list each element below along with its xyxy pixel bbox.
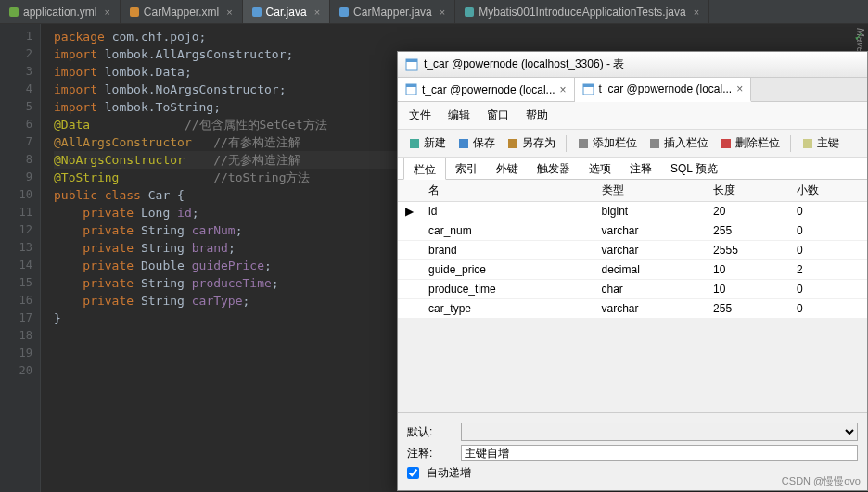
close-icon[interactable]: × bbox=[560, 83, 567, 96]
file-icon bbox=[130, 7, 139, 17]
file-icon bbox=[465, 7, 474, 17]
svg-rect-6 bbox=[410, 139, 419, 148]
tool-主键[interactable]: 主键 bbox=[797, 133, 844, 153]
default-select[interactable] bbox=[461, 423, 858, 441]
tool-插入栏位[interactable]: 插入栏位 bbox=[644, 133, 713, 153]
file-icon bbox=[9, 7, 19, 17]
close-icon[interactable]: × bbox=[226, 6, 232, 18]
table-row[interactable]: produce_timechar100 bbox=[398, 280, 867, 299]
tool-icon bbox=[577, 137, 590, 150]
tool-icon bbox=[408, 137, 421, 150]
db-title-text: t_car @powernode (localhost_3306) - 表 bbox=[424, 57, 624, 72]
svg-rect-1 bbox=[406, 59, 417, 62]
editor-tab[interactable]: Mybatis001IntroduceApplicationTests.java… bbox=[455, 0, 709, 23]
col-header[interactable]: 长度 bbox=[706, 180, 789, 202]
menu-item[interactable]: 窗口 bbox=[487, 107, 509, 123]
comment-input[interactable] bbox=[461, 445, 858, 461]
db-menu: 文件编辑窗口帮助 bbox=[398, 102, 867, 130]
sub-tab[interactable]: 选项 bbox=[580, 158, 620, 179]
col-header[interactable]: 类型 bbox=[594, 180, 707, 202]
sub-tab[interactable]: 注释 bbox=[620, 158, 661, 179]
svg-rect-11 bbox=[721, 139, 731, 148]
table-row[interactable]: guide_pricedecimal102 bbox=[398, 260, 867, 280]
svg-rect-8 bbox=[508, 139, 517, 148]
close-icon[interactable]: × bbox=[694, 6, 699, 18]
editor-tab[interactable]: CarMapper.xml× bbox=[121, 0, 243, 23]
editor-tabs: application.yml×CarMapper.xml×Car.java×C… bbox=[0, 0, 868, 24]
svg-rect-9 bbox=[579, 139, 588, 148]
tool-icon bbox=[457, 137, 470, 150]
table-row[interactable]: brandvarchar25550 bbox=[398, 241, 867, 260]
svg-rect-12 bbox=[803, 139, 812, 148]
auto-increment-checkbox[interactable] bbox=[407, 467, 419, 479]
sub-tab[interactable]: 索引 bbox=[446, 158, 487, 179]
db-window: t_car @powernode (localhost_3306) - 表 t_… bbox=[397, 51, 868, 491]
menu-item[interactable]: 文件 bbox=[409, 107, 431, 123]
columns-table: 名类型长度小数 ▶idbigint200car_numvarchar2550br… bbox=[398, 180, 867, 319]
db-tabs: t_car @powernode (local...×t_car @powern… bbox=[398, 78, 867, 102]
db-toolbar: 新建保存另存为添加栏位插入栏位删除栏位主键 bbox=[398, 130, 867, 158]
table-row[interactable]: ▶idbigint200 bbox=[398, 202, 867, 221]
db-titlebar[interactable]: t_car @powernode (localhost_3306) - 表 bbox=[398, 52, 867, 78]
tool-另存为[interactable]: 另存为 bbox=[502, 133, 560, 153]
check-icon: ✓ bbox=[855, 28, 862, 45]
col-header[interactable]: 小数 bbox=[789, 180, 867, 202]
auto-increment-label: 自动递增 bbox=[427, 465, 471, 481]
svg-rect-7 bbox=[459, 139, 468, 148]
svg-rect-10 bbox=[650, 139, 659, 148]
table-row[interactable]: car_numvarchar2550 bbox=[398, 221, 867, 241]
editor-tab[interactable]: application.yml× bbox=[0, 0, 121, 23]
svg-rect-3 bbox=[406, 84, 416, 87]
default-label: 默认: bbox=[407, 424, 453, 440]
menu-item[interactable]: 帮助 bbox=[526, 107, 548, 123]
close-icon[interactable]: × bbox=[736, 82, 743, 95]
col-header[interactable]: 名 bbox=[421, 180, 594, 202]
tool-新建[interactable]: 新建 bbox=[403, 133, 451, 153]
close-icon[interactable]: × bbox=[104, 6, 109, 18]
db-tab[interactable]: t_car @powernode (local...× bbox=[575, 78, 752, 102]
tool-icon bbox=[720, 137, 733, 150]
tool-添加栏位[interactable]: 添加栏位 bbox=[572, 133, 642, 153]
table-row[interactable]: car_typevarchar2550 bbox=[398, 299, 867, 319]
sub-tab[interactable]: 外键 bbox=[487, 158, 528, 179]
menu-item[interactable]: 编辑 bbox=[448, 107, 470, 123]
file-icon bbox=[339, 7, 349, 17]
svg-rect-5 bbox=[583, 84, 594, 87]
editor-tab[interactable]: CarMapper.java× bbox=[330, 0, 455, 23]
code-line[interactable]: package com.chf.pojo; bbox=[54, 28, 868, 45]
db-subtabs: 栏位索引外键触发器选项注释SQL 预览 bbox=[398, 158, 867, 180]
table-icon bbox=[405, 58, 418, 71]
db-tab[interactable]: t_car @powernode (local...× bbox=[398, 78, 575, 101]
editor-tab[interactable]: Car.java× bbox=[243, 0, 330, 23]
file-icon bbox=[252, 7, 262, 17]
tool-icon bbox=[506, 137, 519, 150]
tool-保存[interactable]: 保存 bbox=[453, 133, 500, 153]
tool-删除栏位[interactable]: 删除栏位 bbox=[715, 133, 785, 153]
watermark: CSDN @慢慢ovo bbox=[782, 474, 861, 488]
tool-icon bbox=[648, 137, 661, 150]
tool-icon bbox=[801, 137, 814, 150]
sub-tab[interactable]: 栏位 bbox=[403, 158, 446, 180]
table-icon bbox=[582, 83, 594, 95]
sub-tab[interactable]: 触发器 bbox=[528, 158, 580, 179]
close-icon[interactable]: × bbox=[314, 6, 320, 18]
comment-label: 注释: bbox=[407, 446, 453, 461]
close-icon[interactable]: × bbox=[440, 6, 445, 18]
sub-tab[interactable]: SQL 预览 bbox=[661, 158, 727, 179]
line-gutter: 1234567891011121314151617181920 bbox=[0, 24, 41, 492]
table-icon bbox=[405, 83, 417, 95]
